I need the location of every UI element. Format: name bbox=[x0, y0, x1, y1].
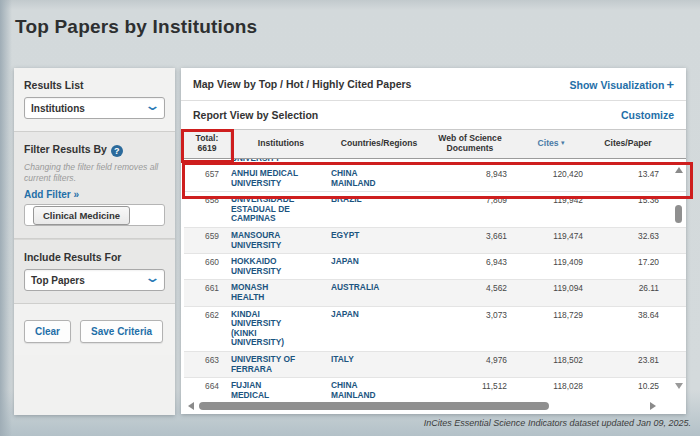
row-cites: 120,420 bbox=[507, 169, 583, 188]
row-cites-per-paper: 26.11 bbox=[583, 283, 659, 302]
row-cites-per-paper: 10.25 bbox=[583, 381, 659, 399]
total-value: 6619 bbox=[184, 144, 230, 154]
filter-section: Filter Results By? Changing the filter f… bbox=[14, 131, 175, 239]
horizontal-scroll-thumb[interactable] bbox=[199, 402, 549, 410]
horizontal-scroll-track[interactable] bbox=[199, 402, 642, 410]
vertical-scrollbar[interactable] bbox=[672, 159, 685, 399]
row-docs: 11,512 bbox=[427, 381, 507, 399]
main-panel: Map View by Top / Hot / Highly Cited Pap… bbox=[181, 68, 686, 414]
row-institution[interactable]: ANHUI MEDICAL UNIVERSITY bbox=[231, 169, 331, 188]
column-header-wos-documents[interactable]: Web of Science Documents bbox=[427, 134, 513, 154]
table-row[interactable]: 660HOKKAIDO UNIVERSITYJAPAN6,943119,4091… bbox=[184, 254, 686, 280]
row-rank: 657 bbox=[184, 169, 231, 188]
sidebar: Results List Institutions ⌄ Filter Resul… bbox=[14, 68, 175, 415]
row-institution[interactable]: UNIVERSITY OF FERRARA bbox=[231, 355, 331, 374]
row-country[interactable]: CHINA MAINLAND bbox=[331, 169, 427, 188]
save-criteria-button[interactable]: Save Criteria bbox=[80, 320, 163, 343]
row-country[interactable]: JAPAN bbox=[331, 310, 427, 348]
results-list-selected-value: Institutions bbox=[31, 103, 85, 114]
table-row[interactable]: 658UNIVERSIDADE ESTADUAL DE CAMPINASBRAZ… bbox=[184, 192, 686, 228]
row-cites: 118,502 bbox=[507, 355, 583, 374]
row-institution[interactable]: MANSOURA UNIVERSITY bbox=[231, 231, 331, 250]
vertical-scroll-thumb[interactable] bbox=[675, 205, 682, 223]
results-list-label: Results List bbox=[24, 79, 165, 91]
table-viewport: UNIVERSITY 657ANHUI MEDICAL UNIVERSITYCH… bbox=[181, 159, 686, 399]
include-results-dropdown[interactable]: Top Papers ⌄ bbox=[24, 269, 165, 291]
table-row[interactable]: 659MANSOURA UNIVERSITYEGYPT3,661119,4743… bbox=[184, 228, 686, 254]
row-docs: 7,809 bbox=[427, 195, 507, 224]
sort-caret-icon: ▾ bbox=[561, 139, 565, 146]
filter-note: Changing the filter field removes all cu… bbox=[24, 162, 165, 183]
table-row[interactable]: 664FUJIAN MEDICAL UNIVERSITYCHINA MAINLA… bbox=[184, 378, 686, 399]
horizontal-scrollbar[interactable] bbox=[181, 399, 686, 413]
column-header-cites[interactable]: Cites ▾ bbox=[513, 139, 589, 149]
row-cites-per-paper: 13.47 bbox=[583, 169, 659, 188]
table-body: 657ANHUI MEDICAL UNIVERSITYCHINA MAINLAN… bbox=[184, 166, 686, 399]
row-cites-per-paper: 17.20 bbox=[583, 257, 659, 276]
include-results-selected-value: Top Papers bbox=[31, 275, 85, 286]
map-view-bar: Map View by Top / Hot / Highly Cited Pap… bbox=[181, 68, 686, 101]
table-header: Total: 6619 Institutions Countries/Regio… bbox=[181, 129, 686, 159]
column-header-institutions[interactable]: Institutions bbox=[231, 139, 331, 149]
total-count: Total: 6619 bbox=[184, 130, 231, 158]
table-row[interactable]: 663UNIVERSITY OF FERRARAITALY4,976118,50… bbox=[184, 352, 686, 378]
row-country[interactable]: EGYPT bbox=[331, 231, 427, 250]
row-docs: 6,943 bbox=[427, 257, 507, 276]
row-institution[interactable]: UNIVERSIDADE ESTADUAL DE CAMPINAS bbox=[231, 195, 331, 224]
row-rank: 659 bbox=[184, 231, 231, 250]
add-filter-link[interactable]: Add Filter » bbox=[24, 189, 79, 200]
page-edge-shade bbox=[0, 0, 12, 436]
row-cites: 118,729 bbox=[507, 310, 583, 348]
map-view-title: Map View by Top / Hot / Highly Cited Pap… bbox=[193, 78, 411, 90]
help-icon[interactable]: ? bbox=[111, 145, 123, 157]
row-cites: 119,094 bbox=[507, 283, 583, 302]
column-header-cites-per-paper[interactable]: Cites/Paper bbox=[589, 139, 667, 149]
page-title: Top Papers by Institutions bbox=[15, 16, 257, 38]
filter-chip-clinical-medicine[interactable]: Clinical Medicine bbox=[33, 206, 130, 225]
clear-button[interactable]: Clear bbox=[24, 320, 71, 343]
table-row[interactable]: 661MONASH HEALTHAUSTRALIA4,562119,09426.… bbox=[184, 280, 686, 306]
row-institution[interactable]: KINDAI UNIVERSITY (KINKI UNIVERSITY) bbox=[231, 310, 331, 348]
row-docs: 4,976 bbox=[427, 355, 507, 374]
chevron-down-icon: ⌄ bbox=[144, 102, 160, 110]
customize-link[interactable]: Customize bbox=[621, 109, 674, 121]
report-view-title: Report View by Selection bbox=[193, 109, 318, 121]
cites-label: Cites bbox=[538, 138, 559, 148]
row-institution[interactable]: MONASH HEALTH bbox=[231, 283, 331, 302]
row-country[interactable]: CHINA MAINLAND bbox=[331, 381, 427, 399]
row-cites-per-paper: 38.64 bbox=[583, 310, 659, 348]
report-view-bar: Report View by Selection Customize bbox=[181, 101, 686, 129]
scroll-down-icon[interactable] bbox=[675, 383, 683, 389]
row-country[interactable]: BRAZIL bbox=[331, 195, 427, 224]
results-list-dropdown[interactable]: Institutions ⌄ bbox=[24, 97, 165, 119]
filter-chip-container: Clinical Medicine bbox=[24, 204, 165, 226]
clipped-row: UNIVERSITY bbox=[184, 159, 686, 166]
row-docs: 8,943 bbox=[427, 169, 507, 188]
plus-icon: + bbox=[666, 77, 674, 92]
table-row[interactable]: 657ANHUI MEDICAL UNIVERSITYCHINA MAINLAN… bbox=[184, 166, 686, 192]
show-visualization-link[interactable]: Show Visualization+ bbox=[570, 77, 675, 92]
table-row[interactable]: 662KINDAI UNIVERSITY (KINKI UNIVERSITY)J… bbox=[184, 307, 686, 352]
row-rank: 663 bbox=[184, 355, 231, 374]
row-cites-per-paper: 32.63 bbox=[583, 231, 659, 250]
column-header-countries[interactable]: Countries/Regions bbox=[331, 139, 427, 149]
row-docs: 3,073 bbox=[427, 310, 507, 348]
dataset-footnote: InCites Essential Science Indicators dat… bbox=[424, 418, 691, 428]
row-country[interactable]: AUSTRALIA bbox=[331, 283, 427, 302]
include-results-label: Include Results For bbox=[24, 251, 165, 263]
row-cites-per-paper: 15.36 bbox=[583, 195, 659, 224]
row-rank: 662 bbox=[184, 310, 231, 348]
row-institution[interactable]: HOKKAIDO UNIVERSITY bbox=[231, 257, 331, 276]
scroll-left-icon[interactable] bbox=[188, 402, 194, 410]
row-cites-per-paper: 23.81 bbox=[583, 355, 659, 374]
include-results-section: Include Results For Top Papers ⌄ bbox=[14, 239, 175, 304]
row-country[interactable]: ITALY bbox=[331, 355, 427, 374]
row-institution[interactable]: FUJIAN MEDICAL UNIVERSITY bbox=[231, 381, 331, 399]
row-docs: 3,661 bbox=[427, 231, 507, 250]
row-rank: 658 bbox=[184, 195, 231, 224]
clipped-row-text: UNIVERSITY bbox=[231, 159, 686, 163]
scroll-up-icon[interactable] bbox=[675, 167, 683, 173]
filter-label: Filter Results By bbox=[24, 143, 107, 155]
row-country[interactable]: JAPAN bbox=[331, 257, 427, 276]
scroll-right-icon[interactable] bbox=[650, 402, 656, 410]
